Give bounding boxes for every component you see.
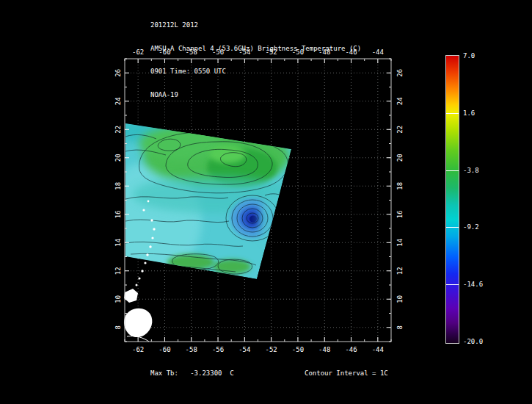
amsu-plot-page: 201212L 2012 AMSU-A Channel 4 (53.6GHz) … <box>0 0 532 404</box>
x-tick-label-top: -46 <box>345 48 357 56</box>
y-tick-label-right: 8 <box>396 325 404 329</box>
colorbar-tick-label: -3.8 <box>463 167 479 174</box>
eye-center-dark <box>249 216 257 223</box>
x-tick-label-bottom: -48 <box>318 346 330 353</box>
contour-interval-text: Contour Interval = 1C <box>305 369 388 377</box>
x-tick-label-bottom: -44 <box>372 346 384 353</box>
x-tick-label-top: -54 <box>238 48 250 56</box>
y-tick-label-left: 14 <box>114 239 122 247</box>
y-tick-label-right: 16 <box>396 210 404 218</box>
y-tick-label-right: 26 <box>396 69 404 77</box>
colorbar-tick-label: -14.6 <box>463 281 483 288</box>
x-tick-label-top: -58 <box>186 48 197 56</box>
x-tick-label-bottom: -46 <box>345 346 357 353</box>
swath-cyan-right <box>259 192 296 248</box>
colorbar-labels: 7.01.6-3.8-9.2-14.6-20.0 <box>463 56 507 343</box>
x-tick-label-top: -60 <box>158 48 170 56</box>
x-tick-label-bottom: -50 <box>292 346 304 353</box>
colorbar-tick-label: 7.0 <box>463 52 475 59</box>
y-tick-label-left: 26 <box>114 69 122 77</box>
x-tick-label-top: -56 <box>212 48 224 56</box>
max-tb-text: Max Tb: -3.23300 C <box>150 369 234 377</box>
island-trinidad <box>124 289 138 303</box>
colorbar <box>445 55 459 344</box>
y-tick-label-left: 24 <box>114 97 122 105</box>
y-tick-label-right: 14 <box>396 239 404 247</box>
y-tick-label-right: 10 <box>396 295 404 303</box>
x-tick-label-bottom: -62 <box>132 346 144 353</box>
x-tick-label-bottom: -56 <box>212 346 224 353</box>
swath-green-bright <box>209 145 246 163</box>
x-tick-label-bottom: -60 <box>158 346 170 353</box>
x-tick-label-top: -50 <box>292 48 304 56</box>
colorbar-tick-label: -9.2 <box>463 223 479 231</box>
y-tick-label-right: 20 <box>396 154 404 162</box>
y-tick-label-left: 12 <box>114 267 122 275</box>
x-tick-label-bottom: -52 <box>266 346 277 353</box>
colorbar-tick-label: 1.6 <box>463 109 475 117</box>
y-tick-label-left: 18 <box>114 182 122 190</box>
y-tick-label-right: 12 <box>396 267 404 275</box>
y-tick-label-right: 22 <box>396 126 404 134</box>
colorbar-tick-label: -20.0 <box>463 338 483 345</box>
y-tick-label-left: 20 <box>114 154 122 162</box>
y-tick-label-right: 18 <box>396 182 404 190</box>
swath-green-left <box>139 127 220 159</box>
y-tick-label-left: 22 <box>114 126 122 134</box>
x-tick-label-bottom: -58 <box>186 346 197 353</box>
x-tick-label-top: -52 <box>266 48 277 56</box>
x-tick-label-bottom: -54 <box>238 346 250 353</box>
landmass-south <box>124 309 152 337</box>
y-tick-label-left: 8 <box>114 325 122 329</box>
x-tick-label-top: -44 <box>372 48 384 56</box>
y-tick-label-left: 10 <box>114 295 122 303</box>
y-tick-label-right: 24 <box>396 97 404 105</box>
x-tick-label-top: -62 <box>132 48 144 56</box>
y-tick-label-left: 16 <box>114 210 122 218</box>
x-tick-label-top: -48 <box>318 48 330 56</box>
data-swath <box>99 119 296 279</box>
